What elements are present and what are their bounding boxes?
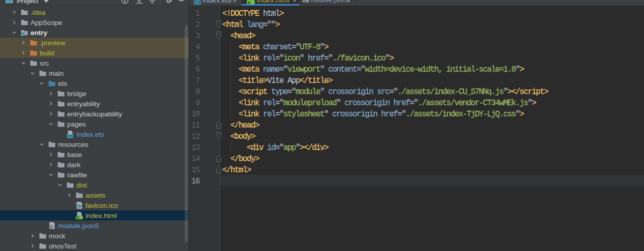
svg-text:ETS: ETS bbox=[194, 1, 201, 5]
svg-text:ETS: ETS bbox=[67, 135, 73, 138]
svg-text:H: H bbox=[76, 215, 79, 219]
